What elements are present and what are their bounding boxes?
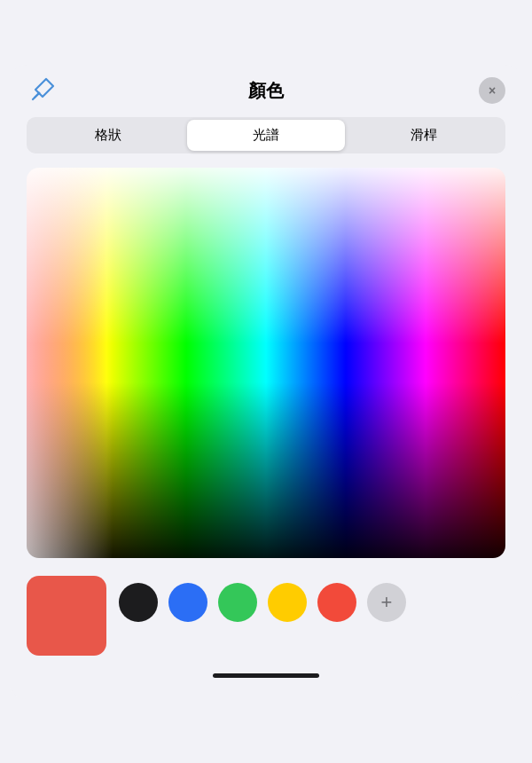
swatches-row: +: [27, 576, 505, 656]
color-panel: 顏色 × 格狀 光譜 滑桿 +: [9, 65, 523, 699]
spectrum-canvas[interactable]: [27, 168, 505, 558]
eyedropper-icon: [30, 91, 55, 105]
tab-grid[interactable]: 格狀: [29, 120, 187, 151]
swatch-red[interactable]: [317, 583, 356, 622]
eyedropper-button[interactable]: [27, 74, 59, 108]
panel-title: 顏色: [248, 79, 284, 103]
tab-bar: 格狀 光譜 滑桿: [27, 117, 505, 153]
swatches-list: +: [119, 576, 406, 622]
swatch-black[interactable]: [119, 583, 158, 622]
swatch-green[interactable]: [218, 583, 257, 622]
swatch-blue[interactable]: [168, 583, 207, 622]
tab-spectrum[interactable]: 光譜: [187, 120, 345, 151]
selected-color-swatch: [27, 576, 106, 656]
add-swatch-button[interactable]: +: [367, 583, 406, 622]
header: 顏色 ×: [27, 79, 505, 103]
swatch-yellow[interactable]: [268, 583, 307, 622]
home-indicator: [213, 673, 319, 678]
bottom-bar: [27, 673, 505, 678]
close-button[interactable]: ×: [479, 77, 505, 104]
svg-point-0: [38, 91, 41, 94]
tab-slider[interactable]: 滑桿: [345, 120, 503, 151]
spectrum-picker[interactable]: [27, 168, 505, 558]
